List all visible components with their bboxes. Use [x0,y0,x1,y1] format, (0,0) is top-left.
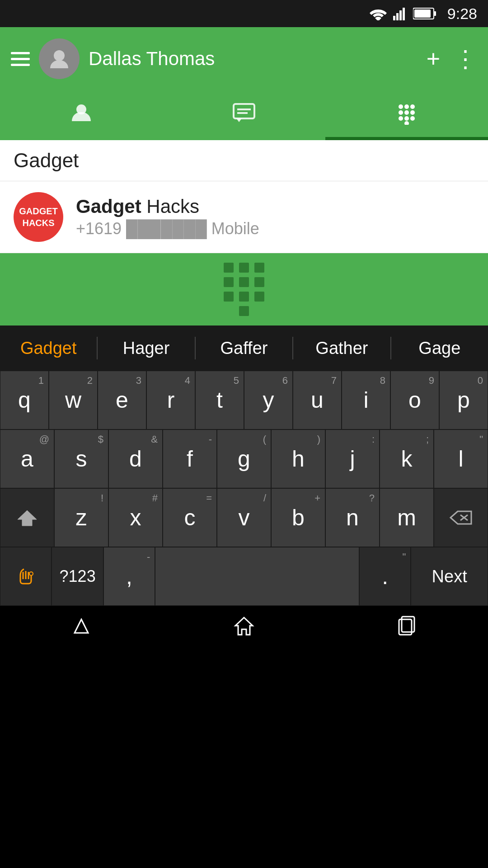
key-l[interactable]: "l [434,429,488,488]
contact-name: Gadget Hacks [76,196,474,217]
add-contact-button[interactable]: + [427,45,440,72]
svg-point-15 [399,110,403,115]
key-x[interactable]: #x [108,488,163,547]
key-row-3: !z #x =c /v +b ?n m [0,488,488,547]
wifi-icon [370,7,387,20]
svg-rect-5 [434,11,436,16]
svg-rect-0 [393,16,395,20]
svg-rect-1 [396,13,399,20]
key-a[interactable]: @a [0,429,54,488]
tab-dialpad[interactable] [325,90,488,140]
key-y[interactable]: 6y [244,371,293,429]
key-next[interactable]: Next [411,547,488,606]
search-area [0,140,488,181]
suggestion-gage[interactable]: Gage [391,339,488,358]
key-v[interactable]: /v [217,488,271,547]
svg-point-18 [399,116,403,121]
person-avatar-icon [48,47,70,70]
svg-point-25 [29,572,33,576]
header: Dallas Thomas + ⋮ [0,27,488,90]
status-icons: 9:28 [370,5,477,23]
backspace-icon [449,509,473,526]
user-avatar[interactable] [39,38,80,79]
contacts-icon [69,100,94,130]
key-h[interactable]: )h [271,429,325,488]
battery-icon [413,7,436,20]
key-n[interactable]: ?n [325,488,380,547]
header-actions: + ⋮ [427,45,477,72]
key-f[interactable]: -f [163,429,217,488]
search-input[interactable] [14,149,474,172]
dialpad-toggle-area[interactable] [0,253,488,326]
key-u[interactable]: 7u [293,371,342,429]
key-d[interactable]: &d [108,429,163,488]
key-j[interactable]: :j [325,429,380,488]
svg-point-21 [404,121,409,125]
svg-point-14 [410,104,415,109]
key-i[interactable]: 8i [342,371,390,429]
svg-marker-27 [235,618,253,635]
key-p[interactable]: 0p [439,371,488,429]
key-c[interactable]: =c [163,488,217,547]
key-backspace[interactable] [434,488,488,547]
contact-name-rest: Hacks [141,196,199,217]
nav-recents-icon[interactable] [395,615,418,642]
suggestion-gaffer[interactable]: Gaffer [196,339,292,358]
key-t[interactable]: 5t [195,371,244,429]
contact-list: GADGETHACKS Gadget Hacks +1619 ███████ M… [0,181,488,253]
svg-point-7 [54,50,65,61]
overflow-menu-button[interactable]: ⋮ [454,45,477,72]
svg-point-20 [410,116,415,121]
key-space[interactable] [155,547,359,606]
svg-rect-6 [414,9,431,18]
key-gesture[interactable] [0,547,52,606]
signal-icon [393,7,407,20]
key-k[interactable]: ;k [380,429,434,488]
suggestion-gather[interactable]: Gather [293,339,390,358]
keyboard: 1q 2w 3e 4r 5t 6y 7u 8i 9o 0p @a $s &d -… [0,371,488,606]
key-s[interactable]: $s [54,429,108,488]
key-z[interactable]: !z [54,488,108,547]
tab-messages[interactable] [163,90,325,140]
svg-point-16 [404,110,409,115]
key-w[interactable]: 2w [49,371,98,429]
key-e[interactable]: 3e [98,371,146,429]
contact-phone: +1619 ███████ Mobile [76,219,474,238]
contact-avatar-text: GADGETHACKS [19,205,58,229]
tab-contacts[interactable] [0,90,163,140]
key-g[interactable]: (g [217,429,271,488]
nav-bar [0,606,488,651]
contact-name-bold: Gadget [76,196,141,217]
suggestion-hager[interactable]: Hager [98,339,194,358]
suggestion-gadget[interactable]: Gadget [0,339,97,358]
key-r[interactable]: 4r [146,371,195,429]
svg-point-13 [404,104,409,109]
svg-marker-22 [18,510,37,526]
svg-point-17 [410,110,415,115]
svg-point-12 [399,104,403,109]
tab-bar [0,90,488,140]
key-?123[interactable]: ?123 [52,547,103,606]
contact-item[interactable]: GADGETHACKS Gadget Hacks +1619 ███████ M… [0,181,488,253]
key-row-4: ?123 - , " . Next [0,547,488,606]
key-q[interactable]: 1q [0,371,49,429]
nav-home-icon[interactable] [233,615,255,642]
status-bar: 9:28 [0,0,488,27]
gesture-icon [14,565,38,588]
hamburger-menu[interactable] [11,52,30,66]
keyboard-suggestions: Gadget Hager Gaffer Gather Gage [0,326,488,371]
key-row-1: 1q 2w 3e 4r 5t 6y 7u 8i 9o 0p [0,371,488,429]
svg-rect-9 [234,104,254,118]
key-period[interactable]: " . [359,547,411,606]
nav-back-icon[interactable] [70,615,93,642]
status-time: 9:28 [447,5,477,23]
key-shift[interactable] [0,488,54,547]
key-o[interactable]: 9o [390,371,439,429]
key-b[interactable]: +b [271,488,325,547]
key-m[interactable]: m [380,488,434,547]
key-comma[interactable]: - , [103,547,155,606]
svg-marker-26 [75,619,88,633]
svg-point-19 [404,116,409,121]
messages-icon [232,100,256,130]
svg-rect-2 [399,10,402,20]
